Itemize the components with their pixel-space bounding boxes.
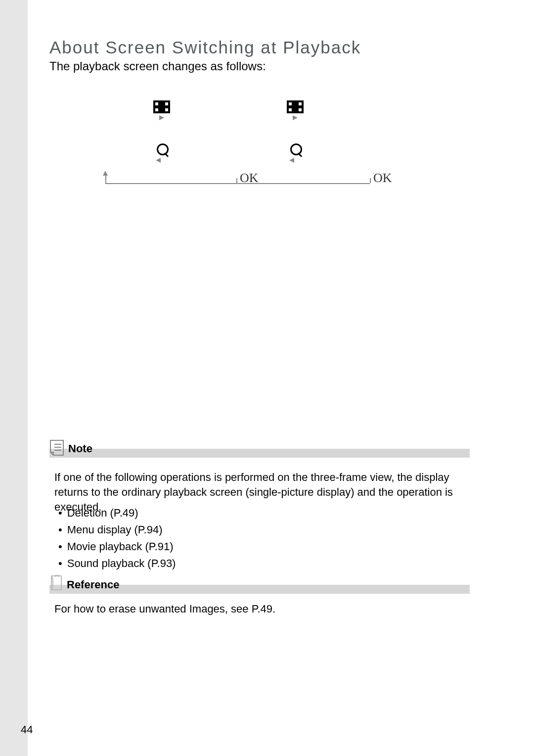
bracket-line: [236, 183, 370, 184]
arrow-up-icon: [103, 171, 108, 176]
note-bullet-item: Menu display (P.94): [54, 521, 176, 538]
section-subheading: The playback screen changes as follows:: [49, 59, 266, 73]
note-header-bar: [49, 449, 470, 458]
reference-paragraph: For how to erase unwanted Images, see P.…: [54, 603, 275, 615]
thumbnail-icon: [153, 100, 170, 113]
manual-page: About Screen Switching at Playback The p…: [0, 0, 534, 756]
bracket-line: [105, 176, 237, 184]
note-bullet-item: Movie playback (P.91): [54, 538, 176, 555]
note-label: Note: [68, 442, 92, 455]
thumbnail-icon: [287, 100, 304, 113]
page-number: 44: [21, 723, 33, 736]
arrow-right-icon: [293, 115, 298, 120]
reference-icon: [48, 575, 65, 592]
playback-switching-diagram: OK OK: [104, 96, 425, 190]
note-bullet-item: Deletion (P.49): [54, 505, 176, 521]
note-bullet-item: Sound playback (P.93): [54, 555, 176, 572]
arrow-left-icon: [156, 158, 161, 163]
ok-label: OK: [373, 171, 392, 186]
section-heading: About Screen Switching at Playback: [49, 38, 361, 57]
arrow-left-icon: [289, 158, 294, 163]
bracket-tick: [370, 178, 371, 183]
left-margin-strip: [0, 0, 28, 756]
arrow-right-icon: [159, 115, 164, 120]
magnifier-icon: [157, 143, 169, 155]
reference-label: Reference: [67, 578, 119, 591]
bracket-tick: [236, 178, 237, 183]
magnifier-icon: [290, 143, 302, 155]
note-icon: [48, 439, 65, 456]
note-bullet-list: Deletion (P.49) Menu display (P.94) Movi…: [54, 505, 176, 572]
